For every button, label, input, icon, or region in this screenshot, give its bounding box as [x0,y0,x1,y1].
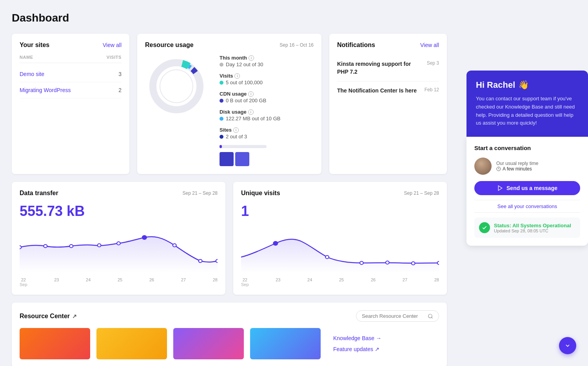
send-icon [497,185,503,191]
unique-visits-labels: 22Sep 23 24 25 26 27 28 [241,277,439,287]
send-message-button[interactable]: Send us a message [474,181,580,195]
data-transfer-value: 555.73 kB [20,203,218,219]
site-visits-demo: 3 [118,71,122,77]
unique-visits-title: Unique visits [241,190,280,197]
reply-info: Our usual reply time [496,161,538,166]
resource-thumb-1[interactable] [20,328,90,359]
data-transfer-date: Sep 21 – Sep 28 [183,190,218,196]
search-resource-container [356,310,439,322]
notification-title-2: The Notification Center Is here [337,87,421,95]
dot-month [220,63,223,67]
dot-sites [220,135,223,139]
search-resource-input[interactable] [362,313,425,319]
resource-center-title: Resource Center ↗ [20,313,77,320]
resource-stats: This month i Day 12 out of 30 Visits [220,55,314,166]
your-sites-view-all[interactable]: View all [103,42,122,48]
svg-marker-22 [498,186,502,190]
info-icon-month[interactable]: i [249,55,254,61]
data-transfer-labels: 22Sep 23 24 25 26 27 28 [20,277,218,287]
resource-thumb-4[interactable] [250,328,321,359]
site-name-migrating[interactable]: Migrating WordPress [20,87,71,93]
sites-table-header: NAME VISITS [20,55,122,63]
stat-value-month: Day 12 out of 30 [226,62,263,67]
svg-point-19 [437,261,439,265]
dot-visits [220,81,223,85]
stat-sites: Sites i 2 out of 3 [220,127,314,140]
site-block-1 [220,152,234,166]
stat-value-disk: 122.27 MB out of 10 GB [226,116,280,121]
progress-bar-bg [220,145,267,148]
info-icon-sites[interactable]: i [233,127,239,133]
stat-value-cdn: 0 B out of 200 GB [226,98,266,103]
notification-date-2: Feb 12 [425,87,439,92]
svg-point-8 [98,244,101,247]
data-transfer-card: Data transfer Sep 21 – Sep 28 555.73 kB [12,182,225,295]
feature-updates-link[interactable]: Feature updates ↗ [333,346,439,352]
resource-thumb-3[interactable] [173,328,244,359]
svg-point-16 [360,261,363,265]
external-link-icon[interactable]: ↗ [72,313,77,319]
stat-disk: Disk usage i 122.27 MB out of 10 GB [220,109,314,121]
hi-description: You can contact our support team if you'… [476,95,579,127]
svg-point-17 [386,261,389,264]
svg-point-18 [412,262,415,265]
search-icon [428,313,433,319]
data-transfer-chart [20,226,218,273]
check-icon [482,225,487,230]
info-icon-cdn[interactable]: i [248,91,254,97]
status-updated: Updated Sep 28, 08:05 UTC [494,228,571,233]
info-icon-visits[interactable]: i [234,73,240,79]
notification-item-2: The Notification Center Is here Feb 12 [337,82,439,100]
stat-this-month: This month i Day 12 out of 30 [220,55,314,67]
resource-usage-title: Resource usage [145,42,194,49]
site-visits-migrating: 2 [118,87,122,93]
unique-visits-chart [241,226,439,273]
see-all-conversations[interactable]: See all your conversations [474,200,580,213]
your-sites-title: Your sites [20,42,49,49]
notifications-view-all[interactable]: View all [420,42,439,48]
right-panel: Hi Rachel 👋 You can contact our support … [466,0,588,366]
clock-icon [496,167,501,171]
unique-visits-date: Sep 21 – Sep 28 [404,190,439,196]
resource-usage-card: Resource usage Sep 16 – Oct 16 [137,34,321,174]
sites-col-visits: VISITS [107,55,122,60]
svg-point-14 [273,241,278,245]
svg-point-7 [69,245,73,248]
svg-point-6 [44,245,47,248]
resource-thumbnails: Knowledge Base → Feature updates ↗ [20,328,439,359]
reply-time: A few minutes [496,166,538,172]
status-text: Status: All Systems Operational [494,223,571,228]
status-row: Status: All Systems Operational Updated … [474,217,580,238]
svg-point-10 [142,236,147,239]
notification-item-1: Kinsta removing support for PHP 7.2 Sep … [337,55,439,82]
knowledge-base-link[interactable]: Knowledge Base → [333,335,439,341]
notification-date-1: Sep 3 [427,60,439,66]
agent-row: Our usual reply time A few minutes [474,158,580,175]
conversation-title: Start a conversation [474,145,580,151]
sites-visual [220,152,314,166]
page-title: Dashboard [12,12,447,24]
stat-label-cdn: CDN usage [220,91,247,97]
notifications-card: Notifications View all Kinsta removing s… [329,34,447,174]
unique-visits-card: Unique visits Sep 21 – Sep 28 1 [233,182,447,295]
stat-value-visits: 5 out of 100,000 [226,80,263,85]
site-row: Migrating WordPress 2 [20,82,122,98]
svg-point-5 [20,246,21,249]
stat-label-month: This month [220,55,247,61]
resource-thumb-2[interactable] [96,328,167,359]
stat-visits: Visits i 5 out of 100,000 [220,73,314,85]
info-icon-disk[interactable]: i [248,109,254,115]
svg-point-13 [216,259,218,263]
svg-point-11 [173,244,176,247]
agent-avatar [474,158,492,175]
dot-disk [220,117,223,121]
site-name-demo[interactable]: Demo site [20,71,44,77]
conversation-card: Start a conversation Our usual reply tim… [466,137,588,246]
status-icon [479,222,490,233]
resource-center-card: Resource Center ↗ [12,303,447,366]
stat-label-visits: Visits [220,73,233,79]
sites-col-name: NAME [20,55,33,60]
site-block-2 [235,152,249,166]
unique-visits-value: 1 [241,203,439,219]
site-row: Demo site 3 [20,66,122,82]
